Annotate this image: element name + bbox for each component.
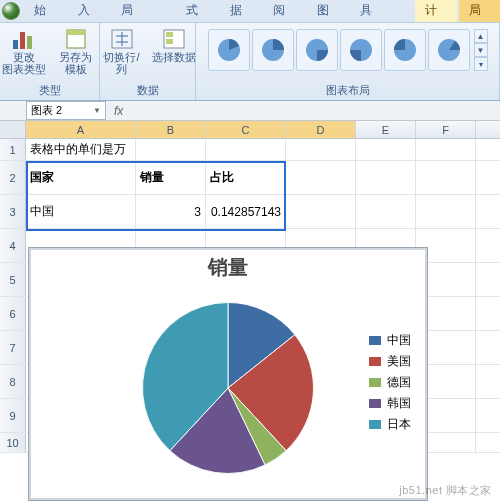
cell-E3[interactable] bbox=[356, 195, 416, 228]
layout-preset-3[interactable] bbox=[296, 29, 338, 71]
name-box[interactable]: 图表 2 ▼ bbox=[26, 101, 106, 120]
gallery-more[interactable]: ▾ bbox=[474, 57, 488, 71]
save-as-template-button[interactable]: 另存为 模板 bbox=[53, 27, 99, 75]
col-F[interactable]: F bbox=[416, 121, 476, 138]
worksheet: A B C D E F 1 表格中的单们是万 2 国家 销量 占比 3 中国 3… bbox=[0, 121, 500, 453]
row-6[interactable]: 6 bbox=[0, 297, 26, 330]
cell-F2[interactable] bbox=[416, 161, 476, 194]
bar-chart-icon bbox=[10, 27, 38, 51]
cell-C3[interactable]: 0.142857143 bbox=[206, 195, 286, 228]
col-E[interactable]: E bbox=[356, 121, 416, 138]
legend-label: 韩国 bbox=[387, 395, 411, 412]
legend-swatch bbox=[369, 336, 381, 345]
row-9[interactable]: 9 bbox=[0, 399, 26, 432]
formula-bar-row: 图表 2 ▼ fx bbox=[0, 101, 500, 121]
tab-home[interactable]: 开始 bbox=[24, 0, 66, 22]
ribbon: 开始 插入 页面布局 公式 数据 审阅 视图 开发工具 设计 布局 更改 图表类… bbox=[0, 0, 500, 101]
layout-preset-5[interactable] bbox=[384, 29, 426, 71]
chart-plot-area[interactable] bbox=[29, 283, 427, 493]
tab-layout[interactable]: 页面布局 bbox=[111, 0, 174, 22]
row-8[interactable]: 8 bbox=[0, 365, 26, 398]
cell-F1[interactable] bbox=[416, 139, 476, 160]
change-chart-type-button[interactable]: 更改 图表类型 bbox=[1, 27, 47, 75]
legend-item[interactable]: 韩国 bbox=[369, 395, 411, 412]
cell-E1[interactable] bbox=[356, 139, 416, 160]
cell-D1[interactable] bbox=[286, 139, 356, 160]
layout-preset-2[interactable] bbox=[252, 29, 294, 71]
watermark: jb51.net 脚本之家 bbox=[399, 483, 492, 498]
btn-label: 切换行/列 bbox=[99, 51, 145, 75]
chart-title[interactable]: 销量 bbox=[29, 248, 427, 283]
cell-A3[interactable]: 中国 bbox=[26, 195, 136, 228]
col-B[interactable]: B bbox=[136, 121, 206, 138]
svg-rect-0 bbox=[13, 40, 18, 49]
legend-item[interactable]: 日本 bbox=[369, 416, 411, 433]
svg-rect-2 bbox=[27, 36, 32, 49]
layout-preset-6[interactable] bbox=[428, 29, 470, 71]
embedded-chart[interactable]: 销量 中国美国德国韩国日本 bbox=[28, 247, 428, 501]
tab-view[interactable]: 视图 bbox=[307, 0, 349, 22]
row-2[interactable]: 2 bbox=[0, 161, 26, 194]
cell-A1[interactable]: 表格中的单们是万 bbox=[26, 139, 136, 160]
chevron-down-icon: ▼ bbox=[93, 106, 101, 115]
cell-C1[interactable] bbox=[206, 139, 286, 160]
col-D[interactable]: D bbox=[286, 121, 356, 138]
legend-label: 日本 bbox=[387, 416, 411, 433]
cell-F3[interactable] bbox=[416, 195, 476, 228]
legend-label: 中国 bbox=[387, 332, 411, 349]
cell-D2[interactable] bbox=[286, 161, 356, 194]
legend-swatch bbox=[369, 378, 381, 387]
svg-rect-8 bbox=[166, 39, 173, 44]
tab-dev[interactable]: 开发工具 bbox=[350, 0, 413, 22]
tab-data[interactable]: 数据 bbox=[220, 0, 262, 22]
tab-insert[interactable]: 插入 bbox=[68, 0, 110, 22]
legend-label: 美国 bbox=[387, 353, 411, 370]
pie-chart bbox=[133, 293, 323, 483]
col-C[interactable]: C bbox=[206, 121, 286, 138]
cell-D3[interactable] bbox=[286, 195, 356, 228]
row-10[interactable]: 10 bbox=[0, 433, 26, 452]
row-5[interactable]: 5 bbox=[0, 263, 26, 296]
row-1[interactable]: 1 bbox=[0, 139, 26, 160]
template-icon bbox=[62, 27, 90, 51]
chart-layout-gallery: ▲ ▼ ▾ bbox=[206, 27, 490, 73]
chart-legend[interactable]: 中国美国德国韩国日本 bbox=[369, 328, 411, 437]
name-box-value: 图表 2 bbox=[31, 103, 62, 118]
legend-swatch bbox=[369, 420, 381, 429]
legend-label: 德国 bbox=[387, 374, 411, 391]
gallery-down[interactable]: ▼ bbox=[474, 43, 488, 57]
col-A[interactable]: A bbox=[26, 121, 136, 138]
legend-swatch bbox=[369, 399, 381, 408]
switch-icon bbox=[108, 27, 136, 51]
layout-preset-4[interactable] bbox=[340, 29, 382, 71]
cell-B1[interactable] bbox=[136, 139, 206, 160]
row-7[interactable]: 7 bbox=[0, 331, 26, 364]
office-orb[interactable] bbox=[2, 2, 20, 20]
btn-label: 选择数据 bbox=[152, 51, 196, 63]
legend-item[interactable]: 德国 bbox=[369, 374, 411, 391]
legend-item[interactable]: 美国 bbox=[369, 353, 411, 370]
cell-B2[interactable]: 销量 bbox=[136, 161, 206, 194]
tab-formulas[interactable]: 公式 bbox=[176, 0, 218, 22]
layout-preset-1[interactable] bbox=[208, 29, 250, 71]
cell-E2[interactable] bbox=[356, 161, 416, 194]
gallery-up[interactable]: ▲ bbox=[474, 29, 488, 43]
select-data-icon bbox=[160, 27, 188, 51]
svg-rect-4 bbox=[67, 30, 85, 35]
btn-label: 更改 图表类型 bbox=[2, 51, 46, 75]
ribbon-body: 更改 图表类型 另存为 模板 类型 切换行/列 bbox=[0, 22, 500, 100]
select-data-button[interactable]: 选择数据 bbox=[151, 27, 197, 63]
tab-chart-layout[interactable]: 布局 bbox=[459, 0, 501, 22]
switch-row-col-button[interactable]: 切换行/列 bbox=[99, 27, 145, 75]
group-label-data: 数据 bbox=[137, 81, 159, 98]
row-4[interactable]: 4 bbox=[0, 229, 26, 262]
tab-review[interactable]: 审阅 bbox=[263, 0, 305, 22]
ribbon-tabs: 开始 插入 页面布局 公式 数据 审阅 视图 开发工具 设计 布局 bbox=[0, 0, 500, 22]
cell-C2[interactable]: 占比 bbox=[206, 161, 286, 194]
tab-chart-design[interactable]: 设计 bbox=[415, 0, 457, 22]
row-3[interactable]: 3 bbox=[0, 195, 26, 228]
cell-A2[interactable]: 国家 bbox=[26, 161, 136, 194]
fx-icon[interactable]: fx bbox=[114, 104, 123, 118]
cell-B3[interactable]: 3 bbox=[136, 195, 206, 228]
legend-item[interactable]: 中国 bbox=[369, 332, 411, 349]
